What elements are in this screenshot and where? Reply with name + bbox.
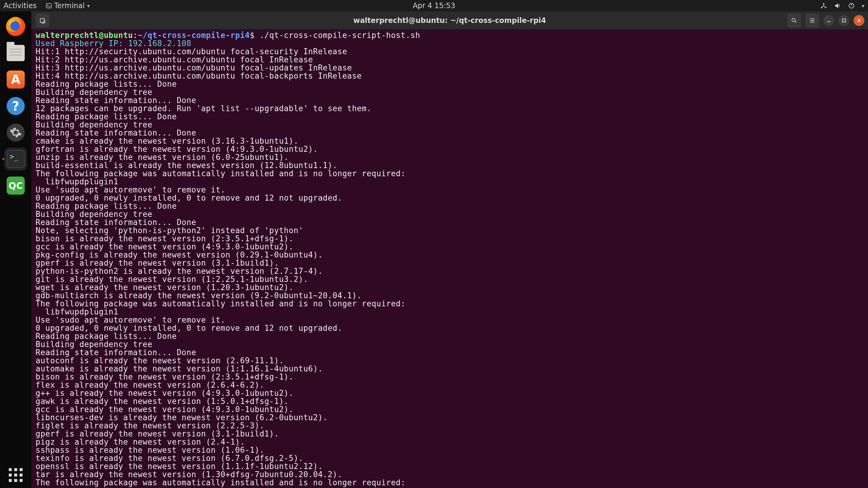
search-button[interactable] <box>787 13 801 27</box>
prompt-dollar: $ <box>250 31 259 40</box>
dock-settings[interactable] <box>4 121 27 144</box>
clock[interactable]: Apr 4 15:53 <box>412 1 455 10</box>
minimize-icon <box>827 18 831 23</box>
svg-point-6 <box>792 18 795 22</box>
new-tab-icon <box>39 17 46 24</box>
gnome-dock: ? >_ QC <box>0 11 31 488</box>
files-icon <box>7 45 25 61</box>
svg-rect-7 <box>842 19 845 22</box>
help-icon: ? <box>7 97 25 115</box>
gnome-top-panel: Activities Terminal ▾ Apr 4 15:53 ▾ <box>0 0 868 11</box>
qtcreator-icon: QC <box>7 176 25 195</box>
dock-qtcreator[interactable]: QC <box>4 174 27 197</box>
svg-rect-5 <box>40 19 44 22</box>
maximize-button[interactable] <box>838 15 849 26</box>
app-menu-label: Terminal <box>54 1 85 10</box>
raspberry-ip-line: Used Raspberry IP: 192.168.2.108 <box>36 39 191 48</box>
terminal-icon <box>46 3 52 9</box>
terminal-output: Hit:1 http://security.ubuntu.com/ubuntu … <box>36 47 406 487</box>
close-icon <box>857 18 861 23</box>
titlebar: walterprechtl@ubuntu: ~/qt-cross-compile… <box>31 11 868 30</box>
hamburger-menu-button[interactable] <box>805 13 819 27</box>
gear-icon <box>7 124 25 141</box>
svg-rect-0 <box>46 4 51 8</box>
dock-firefox[interactable] <box>4 15 27 38</box>
activities-button[interactable]: Activities <box>4 1 37 10</box>
prompt-colon: : <box>133 31 138 40</box>
close-button[interactable] <box>854 15 864 26</box>
show-applications-button[interactable] <box>9 468 23 482</box>
app-menu-terminal[interactable]: Terminal ▾ <box>46 1 90 10</box>
chevron-down-icon: ▾ <box>87 3 90 9</box>
dock-terminal[interactable]: >_ <box>4 148 27 170</box>
window-title: walterprechtl@ubuntu: ~/qt-cross-compile… <box>353 16 546 25</box>
network-icon[interactable] <box>820 2 827 9</box>
volume-icon[interactable] <box>834 2 841 9</box>
terminal-window: walterprechtl@ubuntu: ~/qt-cross-compile… <box>31 11 868 488</box>
terminal-content[interactable]: walterprechtl@ubuntu:~/qt-cross-compile-… <box>31 30 868 488</box>
terminal-app-icon: >_ <box>7 150 25 168</box>
hamburger-icon <box>809 17 815 24</box>
minimize-button[interactable] <box>824 15 834 26</box>
prompt-command: ./qt-cross-compile-script-host.sh <box>259 31 420 40</box>
ubuntu-software-icon <box>7 70 25 89</box>
running-indicator-icon <box>2 158 4 160</box>
prompt-path: ~/qt-cross-compile-rpi4 <box>138 31 250 40</box>
new-tab-button[interactable] <box>36 13 50 27</box>
dock-files[interactable] <box>4 41 27 64</box>
search-icon <box>791 17 798 24</box>
svg-point-1 <box>823 3 824 4</box>
firefox-icon <box>6 17 25 36</box>
maximize-icon <box>841 18 846 23</box>
dock-help[interactable]: ? <box>4 95 27 118</box>
power-icon[interactable] <box>848 2 855 9</box>
dock-software[interactable] <box>4 68 27 91</box>
prompt-user-host: walterprechtl@ubuntu <box>36 31 133 40</box>
system-menu-chevron-icon[interactable]: ▾ <box>862 3 864 9</box>
